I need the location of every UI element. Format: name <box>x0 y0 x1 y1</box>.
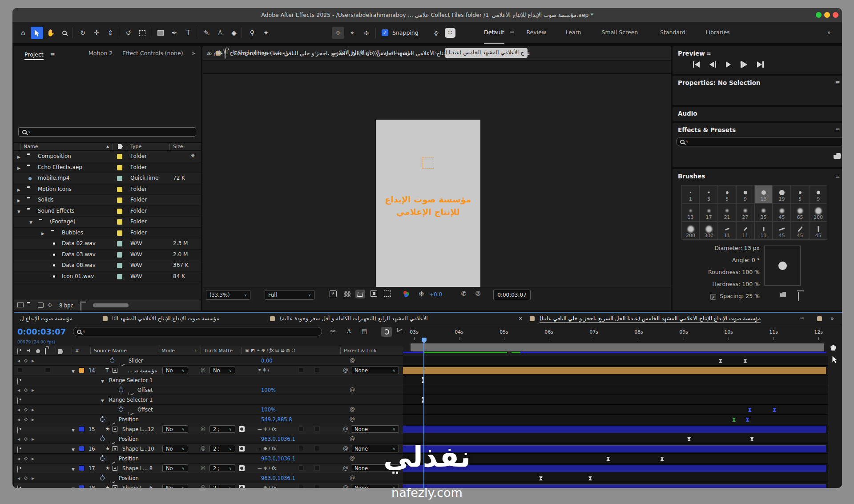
twirl-icon[interactable]: ▶ <box>17 198 20 203</box>
stopwatch-icon[interactable] <box>119 407 123 412</box>
breadcrumb-item[interactable]: مؤسسة صوت الإبداع للإنتاج الأعلام ,,, <box>207 49 291 56</box>
timeline-ruler[interactable]: 03s04s05s06s07s08s09s10s11s12s <box>403 325 828 343</box>
pan-behind-tool[interactable]: ✛ <box>90 27 103 39</box>
brush-2-6[interactable]: 45 <box>791 222 809 240</box>
workspace-small-screen[interactable]: Small Screen <box>602 22 638 43</box>
delete-brush-icon[interactable] <box>798 292 799 300</box>
next-keyframe-icon[interactable]: ▶ <box>32 388 34 392</box>
brush-1-6[interactable]: 65 <box>791 203 809 222</box>
pickwhip-icon[interactable]: @ <box>350 406 355 412</box>
timeline-tab-menu-icon[interactable]: ≡ <box>800 315 805 322</box>
axis-tool[interactable]: ⇕ <box>104 27 117 39</box>
timeline-timecode[interactable]: 0:00:03:07 <box>17 327 66 336</box>
color-depth-button[interactable]: 8 bpc <box>59 302 73 309</box>
resolution-dropdown[interactable]: Full∨ <box>265 290 314 300</box>
layer-color-swatch[interactable] <box>79 426 85 432</box>
keyframe-icon[interactable] <box>732 418 736 422</box>
blend-mode-dropdown[interactable]: No∨ <box>162 367 188 374</box>
brushes-menu-icon[interactable]: ≡ <box>835 173 840 179</box>
keyframe-icon[interactable] <box>719 359 722 363</box>
visibility-eye-icon[interactable] <box>17 398 18 404</box>
panel-overflow-icon[interactable]: » <box>192 50 195 56</box>
twirl-icon[interactable]: ▼ <box>101 399 104 403</box>
keyframe-icon[interactable] <box>748 408 752 412</box>
region-of-interest-icon[interactable] <box>355 290 365 298</box>
twirl-icon[interactable]: ▼ <box>17 210 20 214</box>
label-swatch[interactable] <box>117 219 122 225</box>
group-row-range-selector-1[interactable]: ▼Range Selector 1 <box>14 395 403 405</box>
blend-mode-dropdown[interactable]: No∨ <box>162 425 188 433</box>
project-row-mobile-mp4[interactable]: mobile.mp4QuickTime72 K <box>14 173 201 184</box>
brush-1-7[interactable]: 100 <box>809 203 827 222</box>
zoom-tool[interactable] <box>58 27 71 39</box>
fast-previews-icon[interactable]: ⚡ <box>330 290 337 297</box>
matte-pickwhip-icon[interactable]: @ <box>201 367 205 373</box>
switch-box[interactable] <box>298 367 304 373</box>
keyframe-icon[interactable] <box>539 476 543 480</box>
new-brush-icon[interactable] <box>780 292 786 297</box>
prop-row-position[interactable]: ◀▶Position549.2,885.8@ <box>14 415 403 424</box>
toolbar-overflow-icon[interactable]: » <box>827 22 831 43</box>
spacing-checkbox[interactable]: ✓ <box>710 294 716 300</box>
twirl-icon[interactable]: ▼ <box>72 369 75 374</box>
orbit-tool[interactable]: ↻ <box>77 27 89 39</box>
hand-tool[interactable]: ✋ <box>44 27 57 39</box>
brush-1-4[interactable]: 35 <box>754 203 773 222</box>
pickwhip-icon[interactable]: @ <box>350 416 355 422</box>
next-keyframe-icon[interactable]: ▶ <box>32 476 34 480</box>
brush-0-4[interactable]: 13 <box>754 185 773 203</box>
project-h-scrollbar[interactable] <box>93 303 129 307</box>
brush-2-3[interactable]: 11 <box>736 222 754 240</box>
twirl-icon[interactable]: ▶ <box>17 188 20 192</box>
track-lane-3[interactable] <box>403 375 828 385</box>
label-swatch[interactable] <box>117 154 122 159</box>
composition-mini-flowchart-icon[interactable]: ⚯ <box>330 328 335 335</box>
project-row-motion-icons[interactable]: ▶Motion IconsFolder <box>14 184 201 195</box>
video-switch[interactable] <box>17 367 23 373</box>
delete-icon[interactable] <box>81 303 81 310</box>
prop-row-offset[interactable]: ◀▶Offset100%@ <box>14 385 403 395</box>
brush-0-6[interactable]: 5 <box>791 185 809 203</box>
project-search-input[interactable]: ∨ <box>18 127 196 137</box>
brush-tool[interactable]: ✎ <box>200 27 213 39</box>
properties-menu-icon[interactable]: ≡ <box>835 79 840 86</box>
track-lane-6[interactable] <box>403 405 828 415</box>
composition-viewport[interactable]: مؤسسة صوت الإبداع للإنتاج الإعلامي <box>202 74 671 287</box>
track-matte-dropdown[interactable]: 2 ;∨ <box>209 425 235 433</box>
effects-search-input[interactable]: ∨ <box>676 137 842 146</box>
track-lane-1[interactable] <box>403 356 828 366</box>
roto-brush-tool[interactable]: ♀ <box>246 27 258 39</box>
visibility-eye-icon[interactable] <box>17 427 18 433</box>
zoom-about-icon[interactable]: ⇄ <box>430 27 442 39</box>
pen-tool[interactable]: ✒ <box>168 27 181 39</box>
parent-link-dropdown[interactable]: None∨ <box>351 367 399 374</box>
viewer-timecode[interactable]: 0:00:03:07 <box>493 290 531 300</box>
workspace-standard[interactable]: Standard <box>660 22 685 43</box>
timeline-tabs-overflow-icon[interactable]: » <box>830 315 834 322</box>
twirl-icon[interactable]: ▶ <box>17 155 20 159</box>
graph-editor-icon[interactable] <box>397 327 403 334</box>
breadcrumb-item[interactable]: مؤسسة صوت الإبداع للإنتاج الأعلامي <box>331 49 413 56</box>
label-swatch[interactable] <box>117 176 122 181</box>
composition-canvas[interactable]: مؤسسة صوت الإبداع للإنتاج الإعلامي <box>376 120 480 300</box>
play-button[interactable] <box>726 61 731 68</box>
property-value[interactable]: 0.00 <box>261 358 273 364</box>
project-row-icon-01-wav[interactable]: Icon 01.wavWAV84 K <box>14 271 201 282</box>
layer-switches-icons[interactable]: — ❉ ∕ fx <box>258 426 276 431</box>
parent-pickwhip-icon[interactable]: @ <box>343 426 348 432</box>
prev-keyframe-icon[interactable]: ◀ <box>17 476 20 480</box>
brush-2-2[interactable]: 11 <box>718 222 736 240</box>
layer-duration-bar[interactable] <box>403 367 826 374</box>
snap-options-icon[interactable]: ∷ <box>445 28 455 38</box>
prev-keyframe-icon[interactable]: ◀ <box>17 359 20 363</box>
project-row-sound-effects[interactable]: ▼Sound EffectsFolder <box>14 206 201 217</box>
brush-0-2[interactable]: 5 <box>718 185 736 203</box>
twirl-icon[interactable]: ▶ <box>41 231 44 236</box>
pickwhip-icon[interactable]: @ <box>350 475 355 481</box>
rotate-tool[interactable]: ↺ <box>122 27 135 39</box>
switch-box[interactable] <box>314 367 320 373</box>
last-frame-button[interactable] <box>757 61 764 68</box>
brush-0-5[interactable]: 19 <box>773 185 791 203</box>
layer-switches-icons[interactable]: ⚭ ❉ ∕ <box>258 367 269 372</box>
label-swatch[interactable] <box>117 187 122 192</box>
